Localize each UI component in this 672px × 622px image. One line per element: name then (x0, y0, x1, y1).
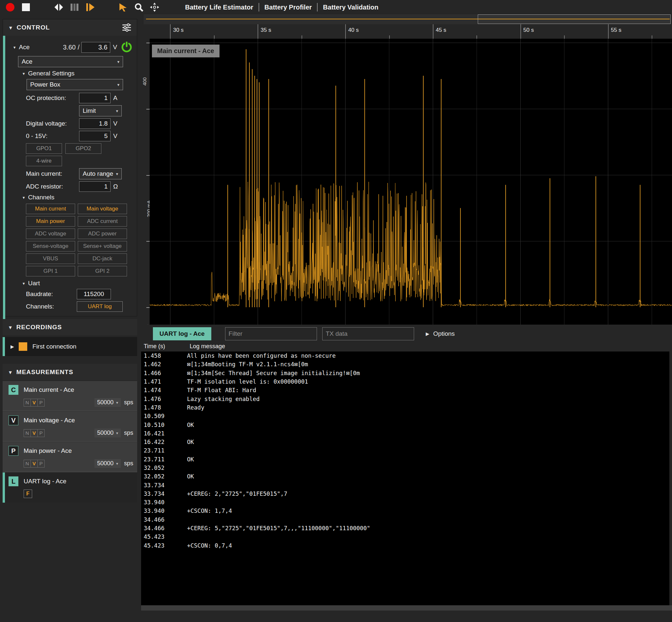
format-flag-badge[interactable]: F (24, 489, 32, 498)
current-waveform-plot[interactable] (150, 39, 672, 324)
nvp-p[interactable]: P (37, 399, 44, 407)
measurement-uart-log[interactable]: L UART log - Ace F (3, 473, 137, 503)
tx-data-input[interactable] (322, 327, 414, 340)
log-row[interactable]: 23.711OK (141, 455, 669, 463)
uart-log-output[interactable]: 1.458All pins have been configured as no… (141, 351, 669, 605)
channel-vbus[interactable]: VBUS (26, 253, 75, 264)
timeline-minimap[interactable] (143, 14, 671, 25)
channel-adc-current[interactable]: ADC current (78, 216, 127, 227)
control-header[interactable]: ▼ CONTROL (3, 19, 137, 36)
log-row[interactable]: 16.422OK (141, 438, 669, 446)
adc-resistor-input[interactable]: 1 (79, 181, 110, 192)
measurement-main-voltage[interactable]: V Main voltage - Ace N V P 50000 ▾ sps (3, 412, 137, 442)
ace-collapse-icon[interactable]: ▾ (13, 45, 16, 50)
baudrate-input[interactable]: 115200 (77, 289, 111, 299)
log-row[interactable]: 45.423+CSCON: 0,7,4 (141, 541, 669, 550)
gpo2-button[interactable]: GPO2 (65, 143, 101, 154)
tab-battery-life-estimator[interactable]: Battery Life Estimator (180, 4, 259, 11)
nvp-v[interactable]: V (31, 429, 38, 437)
device-select[interactable]: Ace ▾ (18, 56, 123, 67)
horizontal-scrollbar[interactable] (141, 605, 672, 611)
recordings-header[interactable]: ▼ RECORDINGS (3, 319, 137, 336)
voltage-set-input[interactable]: 3.6 (82, 42, 110, 53)
log-row[interactable]: 1.478Ready (141, 403, 669, 412)
uart-log-channel-button[interactable]: UART log (77, 301, 123, 312)
uart-collapse-icon[interactable]: ▾ (23, 281, 25, 286)
nvp-toggle[interactable]: N V P (24, 399, 44, 407)
measurement-main-power[interactable]: P Main power - Ace N V P 50000 ▾ sps (3, 442, 137, 472)
channel-main-current[interactable]: Main current (26, 204, 75, 214)
oc-protection-input[interactable]: 1 (79, 93, 110, 103)
pan-tool-button[interactable] (149, 2, 160, 13)
sample-rate-select[interactable]: 50000 ▾ (95, 428, 121, 438)
nvp-n[interactable]: N (24, 429, 31, 437)
play-from-cursor-button[interactable] (85, 2, 96, 13)
log-row[interactable]: 1.476Lazy stacking enabled (141, 394, 669, 403)
columns-button[interactable] (69, 2, 80, 13)
nvp-toggle[interactable]: N V P (24, 460, 44, 468)
log-row[interactable]: 1.474TF-M Float ABI: Hard (141, 386, 669, 394)
measurement-main-current[interactable]: C Main current - Ace N V P 50000 ▾ sps (3, 381, 137, 411)
power-button[interactable] (121, 42, 132, 53)
channel-sense-plus[interactable]: Sense+ voltage (78, 241, 127, 251)
nvp-p[interactable]: P (37, 429, 44, 437)
log-row[interactable]: 1.471TF-M isolation level is: 0x00000001 (141, 377, 669, 386)
log-row[interactable]: 33.734+CEREG: 2,"2725","01FE5015",7 (141, 489, 669, 498)
gpo1-button[interactable]: GPO1 (26, 143, 62, 154)
nvp-toggle[interactable]: N V P (24, 429, 44, 437)
recording-first-connection[interactable]: ▶ First connection (3, 337, 137, 356)
options-toggle[interactable]: ▶ Options (426, 330, 455, 337)
minimap-selection[interactable] (478, 14, 670, 24)
nvp-v[interactable]: V (31, 460, 38, 468)
channel-sense-minus[interactable]: Sense-voltage (26, 241, 75, 251)
sample-rate-select[interactable]: 50000 ▾ (95, 459, 121, 468)
digital-voltage-input[interactable]: 1.8 (79, 118, 110, 129)
log-row[interactable]: 32.052 (141, 463, 669, 472)
zoom-tool-button[interactable] (133, 2, 145, 13)
channel-gpi2[interactable]: GPI 2 (78, 266, 127, 276)
log-row[interactable]: 1.466⊠[1;34m[Sec Thread] Secure image in… (141, 369, 669, 377)
channel-adc-voltage[interactable]: ADC voltage (26, 229, 75, 239)
log-row[interactable]: 33.940 (141, 498, 669, 507)
log-row[interactable]: 16.421 (141, 429, 669, 438)
sample-rate-select[interactable]: 50000 ▾ (95, 398, 121, 407)
uart-log-tab[interactable]: UART log - Ace (153, 327, 211, 340)
oc-mode-select[interactable]: Limit ▾ (79, 105, 122, 116)
nvp-v[interactable]: V (31, 399, 38, 407)
log-row[interactable]: 10.509 (141, 412, 669, 420)
channel-main-power[interactable]: Main power (26, 216, 75, 227)
supply-select[interactable]: Power Box ▾ (27, 79, 123, 90)
time-axis-ruler[interactable]: 30 s35 s40 s45 s50 s55 s (141, 24, 672, 39)
record-button[interactable] (5, 2, 16, 13)
sliders-icon[interactable] (122, 23, 132, 32)
channel-main-voltage[interactable]: Main voltage (78, 204, 127, 214)
log-row[interactable]: 45.423 (141, 532, 669, 541)
channel-dc-jack[interactable]: DC-jack (78, 253, 127, 264)
log-row[interactable]: 33.940+CSCON: 1,7,4 (141, 507, 669, 515)
range-0-15v-input[interactable]: 5 (79, 131, 110, 141)
measurements-header[interactable]: ▼ MEASUREMENTS (3, 364, 137, 380)
log-row[interactable]: 23.711 (141, 446, 669, 455)
nvp-n[interactable]: N (24, 460, 31, 468)
channel-adc-power[interactable]: ADC power (78, 229, 127, 239)
fit-horizontal-button[interactable] (53, 2, 64, 13)
general-settings-collapse-icon[interactable]: ▾ (23, 71, 25, 76)
log-row[interactable]: 34.466 (141, 515, 669, 524)
channel-gpi1[interactable]: GPI 1 (26, 266, 75, 276)
nvp-p[interactable]: P (37, 460, 44, 468)
filter-input[interactable] (225, 327, 317, 340)
log-row[interactable]: 1.458All pins have been configured as no… (141, 351, 669, 360)
four-wire-button[interactable]: 4-wire (26, 156, 62, 166)
log-row[interactable]: 10.510OK (141, 420, 669, 429)
log-row[interactable]: 1.462⊠[1;34mBooting TF-M v2.1.1-ncs4⊠[0m (141, 360, 669, 369)
tab-battery-profiler[interactable]: Battery Profiler (259, 4, 317, 11)
main-current-range-select[interactable]: Auto range ▾ (79, 168, 122, 179)
stop-button[interactable] (20, 2, 32, 13)
channels-collapse-icon[interactable]: ▾ (23, 195, 25, 200)
nvp-n[interactable]: N (24, 399, 31, 407)
log-row[interactable]: 33.734 (141, 481, 669, 489)
log-row[interactable]: 34.466+CEREG: 5,"2725","01FE5015",7,,,"1… (141, 524, 669, 532)
expand-triangle-icon[interactable]: ▶ (10, 344, 14, 349)
select-tool-button[interactable] (118, 2, 129, 13)
log-row[interactable]: 32.052OK (141, 472, 669, 481)
